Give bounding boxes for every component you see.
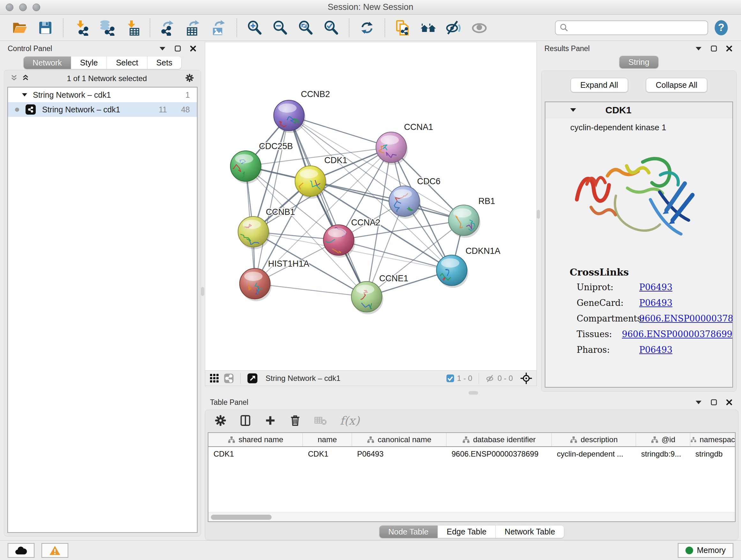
selected-checkbox-icon[interactable] [446, 374, 455, 382]
collection-expand-caret-icon[interactable] [22, 93, 27, 97]
left-splitter-handle[interactable] [201, 287, 204, 296]
tab-sets[interactable]: Sets [147, 57, 181, 69]
warnings-button[interactable] [42, 543, 68, 558]
scrollbar-thumb[interactable] [211, 515, 272, 520]
column-header-canonical-name[interactable]: canonical name [352, 433, 447, 446]
crosshair-icon[interactable] [521, 373, 532, 384]
close-panel-icon[interactable] [725, 44, 733, 53]
tissues-link[interactable]: 9606.ENSP00000378699 [622, 329, 732, 339]
network-node[interactable] [351, 282, 383, 315]
cloud-services-button[interactable] [8, 543, 35, 558]
export-image-button[interactable] [210, 19, 227, 37]
memory-status-button[interactable]: Memory [678, 543, 733, 558]
column-header-database-identifier[interactable]: database identifier [447, 433, 552, 446]
panel-menu-icon[interactable] [158, 44, 166, 53]
network-node[interactable] [449, 205, 481, 238]
network-collection-row[interactable]: String Network – cdk1 1 [8, 87, 197, 102]
tab-edge-table[interactable]: Edge Table [437, 525, 495, 538]
network-row-selected[interactable]: String Network – cdk1 11 48 [8, 102, 197, 117]
compartments-link[interactable]: 9606.ENSP00000378699 [639, 314, 733, 323]
network-edge[interactable] [310, 181, 464, 220]
delete-column-trash-icon[interactable] [289, 414, 301, 427]
zoom-in-button[interactable] [246, 19, 263, 37]
collapse-all-button[interactable]: Collapse All [646, 78, 708, 92]
fit-content-button[interactable] [297, 19, 314, 37]
export-table-button[interactable] [185, 19, 202, 37]
table-row[interactable]: CDK1 CDK1 P06493 9606.ENSP00000378699 cy… [208, 447, 735, 461]
cell-name[interactable]: CDK1 [303, 449, 352, 458]
import-table-button[interactable] [124, 19, 141, 37]
zoom-out-button[interactable] [272, 19, 289, 37]
first-neighbors-button[interactable] [420, 19, 437, 37]
search-input[interactable] [568, 23, 704, 33]
birdseye-toggle-icon[interactable] [247, 373, 258, 384]
close-window-button[interactable] [6, 3, 13, 11]
cell-database-identifier[interactable]: 9606.ENSP00000378699 [447, 449, 552, 458]
float-panel-icon[interactable] [174, 44, 182, 53]
section-collapse-caret-icon[interactable] [570, 108, 576, 112]
network-edge[interactable] [339, 240, 452, 270]
network-canvas[interactable]: CCNB2CCNA1CDC25BCDK1CDC6RB1CCNB1CCNA2CDK… [205, 42, 536, 370]
tab-style[interactable]: Style [71, 57, 107, 69]
export-network-button[interactable] [159, 19, 177, 37]
uniprot-link[interactable]: P06493 [639, 282, 672, 292]
maximize-window-button[interactable] [32, 3, 40, 11]
expand-all-button[interactable]: Expand All [570, 78, 628, 92]
create-column-plus-icon[interactable] [264, 414, 277, 427]
network-edge[interactable] [255, 284, 367, 297]
help-button[interactable]: ? [713, 19, 730, 37]
close-panel-icon[interactable] [189, 44, 197, 53]
tab-select[interactable]: Select [107, 57, 147, 69]
network-graph[interactable]: CCNB2CCNA1CDC25BCDK1CDC6RB1CCNB1CCNA2CDK… [205, 42, 536, 370]
network-node[interactable] [295, 166, 327, 199]
network-node[interactable] [230, 151, 262, 184]
column-header-name[interactable]: name [303, 433, 352, 446]
network-edge[interactable] [289, 116, 367, 297]
expand-all-networks-icon[interactable] [22, 74, 29, 83]
cell-description[interactable]: cyclin-dependent ... [552, 449, 636, 458]
pharos-link[interactable]: P06493 [639, 345, 672, 355]
import-network-from-file-button[interactable] [72, 19, 90, 37]
genecard-link[interactable]: P06493 [639, 298, 672, 308]
share-view-icon[interactable] [224, 373, 234, 383]
panel-menu-icon[interactable] [694, 44, 703, 53]
column-header-id[interactable]: @id [636, 433, 690, 446]
cell-shared-name[interactable]: CDK1 [208, 449, 303, 458]
column-header-namespace[interactable]: namespac [690, 433, 735, 446]
table-horizontal-scrollbar[interactable] [208, 512, 735, 521]
tab-network[interactable]: Network [23, 57, 71, 69]
cell-namespace[interactable]: stringdb [690, 449, 735, 458]
tab-string[interactable]: String [619, 56, 658, 68]
collapse-all-networks-icon[interactable] [10, 74, 17, 83]
network-node[interactable] [389, 186, 421, 219]
network-node[interactable] [432, 255, 468, 288]
import-network-from-database-button[interactable] [98, 19, 115, 37]
bottom-splitter-handle[interactable] [468, 391, 478, 395]
network-options-gear-icon[interactable] [185, 73, 194, 84]
network-node[interactable] [320, 225, 355, 258]
hide-selected-button[interactable] [445, 19, 462, 37]
panel-menu-icon[interactable] [694, 398, 703, 407]
apply-layout-button[interactable] [358, 19, 376, 37]
column-header-shared-name[interactable]: shared name [208, 433, 303, 446]
float-panel-icon[interactable] [710, 398, 718, 407]
show-all-button[interactable] [471, 19, 488, 37]
open-session-button[interactable] [11, 19, 28, 37]
minimize-window-button[interactable] [19, 3, 27, 11]
network-node[interactable] [240, 268, 272, 301]
protein-section-header[interactable]: CDK1 [545, 102, 732, 118]
network-edge[interactable] [255, 116, 289, 284]
grid-view-icon[interactable] [210, 374, 219, 383]
tab-node-table[interactable]: Node Table [380, 525, 437, 538]
tab-network-table[interactable]: Network Table [495, 525, 564, 538]
save-session-button[interactable] [37, 19, 54, 37]
network-node[interactable] [376, 132, 408, 165]
close-panel-icon[interactable] [725, 398, 733, 407]
show-columns-icon[interactable] [239, 414, 252, 427]
cell-id[interactable]: stringdb:9... [636, 449, 690, 458]
table-options-gear-icon[interactable] [214, 414, 227, 427]
zoom-selected-button[interactable] [323, 19, 340, 37]
new-network-from-selection-button[interactable] [394, 19, 411, 37]
column-header-description[interactable]: description [552, 433, 636, 446]
float-panel-icon[interactable] [710, 44, 718, 53]
